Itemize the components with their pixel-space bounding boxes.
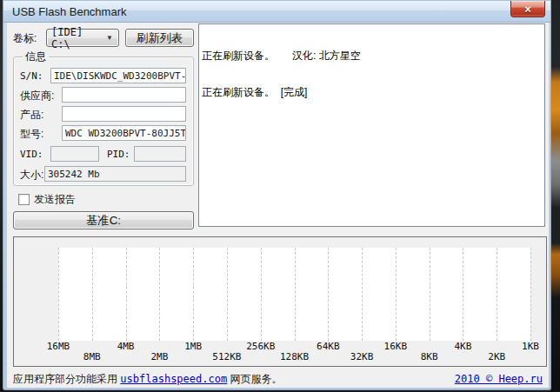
x-tick-label: 64KB — [317, 341, 340, 352]
x-tick-label: 4MB — [117, 341, 135, 352]
x-tick-label: 32KB — [350, 351, 374, 362]
chart-gridline — [126, 248, 127, 341]
chart-gridline — [261, 248, 262, 341]
x-tick-label: 512KB — [212, 351, 241, 362]
x-tick-label: 8KB — [421, 351, 438, 362]
chart-gridline — [396, 248, 397, 341]
chart-gridline — [530, 248, 531, 341]
close-button[interactable]: × — [510, 1, 545, 17]
chart-gridline — [92, 248, 93, 341]
chart-gridline — [295, 248, 296, 341]
sn-field[interactable]: IDE\DISKWDC_WD3200BPVT-80 — [50, 68, 186, 83]
chart-gridline — [193, 248, 194, 341]
chart-gridline — [328, 248, 329, 341]
chart-gridline — [159, 248, 160, 341]
vid-label: VID: — [20, 149, 43, 160]
x-tick-label: 4KB — [454, 341, 471, 352]
volume-select[interactable]: [IDE] C:\ ▼ — [46, 29, 119, 47]
size-label: 大小: — [20, 168, 43, 183]
product-field[interactable] — [62, 106, 186, 122]
x-tick-label: 2KB — [488, 351, 505, 362]
chart-plot — [58, 248, 530, 341]
vid-field[interactable] — [50, 146, 99, 162]
volume-label: 卷标: — [13, 31, 37, 46]
chart-gridline — [463, 248, 463, 341]
status-link-heep[interactable]: 2010 © Heep.ru — [455, 373, 543, 385]
pid-label: PID: — [107, 149, 130, 160]
status-link-usbflashspeed[interactable]: usbflashspeed.com — [120, 373, 227, 385]
volume-select-value: [IDE] C:\ — [51, 26, 106, 50]
refresh-list-button[interactable]: 刷新列表 — [125, 29, 194, 47]
chart-labels: 16MB8MB4MB2MB1MB512KB256KB128KB64KB32KB1… — [58, 341, 530, 365]
send-report-checkbox[interactable]: 发送报告 — [18, 193, 76, 205]
sn-label: S/N: — [20, 70, 43, 82]
chart-gridline — [362, 248, 363, 341]
chart-gridline — [430, 248, 430, 341]
usb-flash-benchmark-window: USB Flash Benchmark × 卷标: [IDE] C:\ ▼ 刷新… — [3, 0, 551, 390]
chevron-down-icon: ▼ — [106, 34, 114, 42]
desktop-right-strip — [551, 0, 560, 392]
statusbar: 应用程序部分功能采用 usbflashspeed.com 网页服务。 2010 … — [7, 370, 549, 388]
titlebar[interactable]: USB Flash Benchmark — [3, 1, 550, 23]
size-field[interactable]: 305242 Mb — [44, 166, 186, 182]
x-tick-label: 256KB — [246, 341, 275, 352]
vendor-label: 供应商: — [20, 89, 54, 103]
x-tick-label: 8MB — [83, 351, 101, 362]
chart-gridline — [58, 248, 59, 341]
x-tick-label: 16KB — [384, 341, 408, 352]
x-tick-label: 1KB — [522, 341, 539, 352]
client-area: 卷标: [IDE] C:\ ▼ 刷新列表 信息 S/N: IDE\DISKWDC… — [7, 23, 549, 388]
checkbox-icon[interactable] — [18, 194, 30, 205]
benchmark-c-button[interactable]: 基准C: — [13, 211, 194, 229]
x-tick-label: 1MB — [184, 341, 202, 352]
benchmark-chart-panel: 16MB8MB4MB2MB1MB512KB256KB128KB64KB32KB1… — [13, 236, 547, 367]
vendor-field[interactable] — [62, 87, 186, 103]
log-line: 正在刷新设备。 汉化: 北方星空 — [202, 50, 542, 62]
x-tick-label: 16MB — [47, 341, 70, 352]
log-line: 正在刷新设备。 [完成] — [202, 86, 542, 98]
product-label: 产品: — [20, 108, 43, 123]
model-field[interactable]: WDC WD3200BPVT-80JJ5T0 — [62, 125, 186, 141]
info-legend: 信息 — [23, 50, 49, 64]
x-tick-label: 128KB — [280, 351, 309, 362]
model-label: 型号: — [20, 127, 43, 142]
send-report-label: 发送报告 — [34, 192, 76, 207]
chart-gridline — [227, 248, 228, 341]
pid-field[interactable] — [134, 146, 186, 162]
status-text: 应用程序部分功能采用 usbflashspeed.com 网页服务。 — [13, 372, 455, 387]
status-text-suffix: 网页服务。 — [227, 373, 282, 385]
x-tick-label: 2MB — [150, 351, 168, 362]
window-title: USB Flash Benchmark — [12, 5, 127, 18]
log-panel[interactable]: 正在刷新设备。 汉化: 北方星空 正在刷新设备。 [完成] — [198, 23, 545, 227]
status-text-prefix: 应用程序部分功能采用 — [13, 373, 120, 385]
chart-gridline — [497, 248, 497, 341]
close-icon: × — [524, 3, 531, 15]
